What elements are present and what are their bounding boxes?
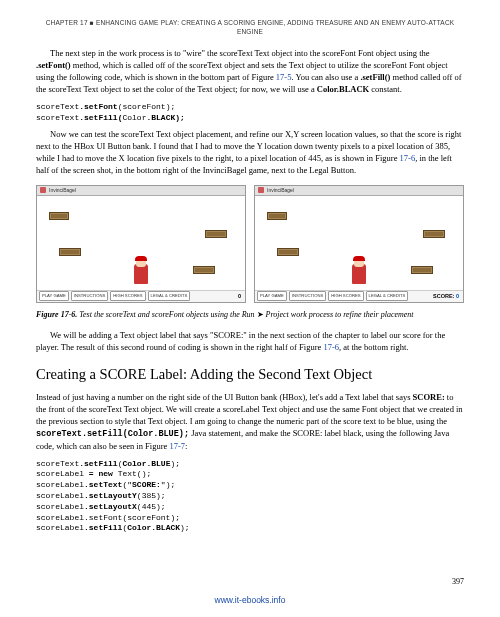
p1-e: . You can also use a: [291, 72, 360, 82]
arrow-icon: ➤: [257, 310, 264, 319]
section-heading: Creating a SCORE Label: Adding the Secon…: [36, 364, 464, 384]
p1-h: Color.BLACK: [317, 84, 369, 94]
c2l5b: .setLayoutX: [84, 502, 137, 511]
caption-c: Project work process to refine their pla…: [264, 310, 414, 319]
c1-a: scoreText: [36, 102, 79, 111]
c1-g: .BLACK);: [146, 113, 184, 122]
window-titlebar: InvinciBagel: [255, 186, 463, 196]
p3-end: , at the bottom right.: [339, 342, 408, 352]
score-value: 0: [238, 293, 243, 301]
figure-caption: Figure 17-6. Test the scoreText and scor…: [36, 309, 464, 320]
play-game-button[interactable]: PLAY GAME: [39, 291, 69, 301]
c2l3e: ");: [161, 480, 175, 489]
legal-credits-button[interactable]: LEGAL & CREDITS: [148, 291, 191, 301]
platform: [411, 266, 433, 274]
paragraph-4: Instead of just having a number on the r…: [36, 392, 464, 452]
c2l4a: scoreLabel: [36, 491, 84, 500]
c2l1b: .setFill: [79, 459, 117, 468]
game-area: PLAY GAME INSTRUCTIONS HIGH SCORES LEGAL…: [37, 196, 245, 302]
legal-credits-button[interactable]: LEGAL & CREDITS: [366, 291, 409, 301]
high-scores-button[interactable]: HIGH SCORES: [110, 291, 145, 301]
c1-b: .setFont: [79, 102, 117, 111]
platform: [423, 230, 445, 238]
figure-17-6: InvinciBagel PLAY GAME INSTRUCTIONS HIGH…: [36, 185, 464, 303]
paragraph-3: We will be adding a Text object label th…: [36, 330, 464, 354]
platform: [277, 248, 299, 256]
game-area: PLAY GAME INSTRUCTIONS HIGH SCORES LEGAL…: [255, 196, 463, 302]
caption-a: Test the scoreText and scoreFont objects…: [79, 310, 256, 319]
platform: [193, 266, 215, 274]
score-label: SCORE:: [433, 293, 454, 299]
chapter-header: CHAPTER 17 ■ ENHANCING GAME PLAY: CREATI…: [36, 18, 464, 36]
c1-e: .setFill(: [79, 113, 122, 122]
fig-link-17-7[interactable]: 17-7: [169, 441, 185, 451]
c2l7a: scoreLabel: [36, 523, 84, 532]
c2l1e: );: [170, 459, 180, 468]
inline-code: scoreText.setFill(Color.BLUE);: [36, 429, 189, 439]
page-number: 397: [452, 576, 464, 587]
ui-button-bar: PLAY GAME INSTRUCTIONS HIGH SCORES LEGAL…: [37, 290, 245, 302]
p4-b: SCORE:: [413, 392, 445, 402]
footer-link[interactable]: www.it-ebooks.info: [0, 595, 500, 607]
app-icon: [258, 187, 264, 193]
p4-e: :: [185, 441, 187, 451]
c2l2a: scoreLabel: [36, 469, 89, 478]
instructions-button[interactable]: INSTRUCTIONS: [71, 291, 108, 301]
p1-f: .setFill(): [360, 72, 390, 82]
app-icon: [40, 187, 46, 193]
p1-i: constant.: [369, 84, 402, 94]
c2l2b: = new: [89, 469, 113, 478]
platform: [49, 212, 69, 220]
score-display: SCORE: 0: [433, 293, 461, 301]
platform: [267, 212, 287, 220]
p2-a: Now we can test the scoreText Text objec…: [36, 129, 461, 163]
p1-a: The next step in the work process is to …: [50, 48, 430, 58]
high-scores-button[interactable]: HIGH SCORES: [328, 291, 363, 301]
code-block-1: scoreText.setFont(scoreFont); scoreText.…: [36, 102, 464, 124]
c2l3b: .setText: [84, 480, 122, 489]
paragraph-2: Now we can test the scoreText Text objec…: [36, 129, 464, 177]
platform: [59, 248, 81, 256]
screenshot-right: InvinciBagel PLAY GAME INSTRUCTIONS HIGH…: [254, 185, 464, 303]
c2l3a: scoreLabel: [36, 480, 84, 489]
p4-a: Instead of just having a number on the r…: [36, 392, 413, 402]
c2l4b: .setLayoutY: [84, 491, 137, 500]
play-game-button[interactable]: PLAY GAME: [257, 291, 287, 301]
window-titlebar: InvinciBagel: [37, 186, 245, 196]
c2l1a: scoreText: [36, 459, 79, 468]
window-title: InvinciBagel: [267, 187, 294, 194]
screenshot-left: InvinciBagel PLAY GAME INSTRUCTIONS HIGH…: [36, 185, 246, 303]
score-value: 0: [456, 293, 459, 299]
c1-d: scoreText: [36, 113, 79, 122]
code-block-2: scoreText.setFill(Color.BLUE); scoreLabe…: [36, 459, 464, 535]
player-sprite: [352, 264, 366, 284]
c2l6: scoreLabel.setFont(scoreFont);: [36, 513, 180, 522]
p1-b: .setFont(): [36, 60, 71, 70]
c1-f: Color: [122, 113, 146, 122]
fig-link-17-5[interactable]: 17-5: [276, 72, 292, 82]
platform: [205, 230, 227, 238]
c2l3c: (": [122, 480, 132, 489]
c2l3d: SCORE:: [132, 480, 161, 489]
c2l4c: (385);: [137, 491, 166, 500]
c2l5a: scoreLabel: [36, 502, 84, 511]
window-title: InvinciBagel: [49, 187, 76, 194]
fig-link-17-6b[interactable]: 17-6: [323, 342, 339, 352]
c2l7d: Color.BLACK: [127, 523, 180, 532]
c1-c: (scoreFont);: [118, 102, 176, 111]
figure-number: Figure 17-6.: [36, 310, 77, 319]
player-sprite: [134, 264, 148, 284]
c2l7b: .setFill: [84, 523, 122, 532]
c2l7e: );: [180, 523, 190, 532]
ui-button-bar: PLAY GAME INSTRUCTIONS HIGH SCORES LEGAL…: [255, 290, 463, 302]
fig-link-17-6a[interactable]: 17-6: [400, 153, 416, 163]
paragraph-1: The next step in the work process is to …: [36, 48, 464, 96]
c2l5c: (445);: [137, 502, 166, 511]
instructions-button[interactable]: INSTRUCTIONS: [289, 291, 326, 301]
c2l1d: Color.BLUE: [122, 459, 170, 468]
c2l2c: Text();: [113, 469, 151, 478]
